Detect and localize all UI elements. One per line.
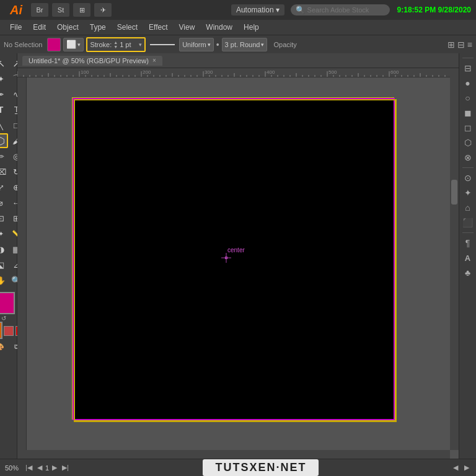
- left-toolbar: ↖ ↗ ✦ ⌒ ✒ ∿ T T̲ ╲ □ ⬡ 🖌 ✏ ◎ ⌫ ↻: [0, 53, 17, 459]
- right-panel-btn-3[interactable]: ○: [461, 91, 475, 105]
- blend-tool[interactable]: ◑: [0, 242, 8, 257]
- vertical-scrollbar[interactable]: [450, 68, 459, 450]
- stroke-color-dropdown[interactable]: ⬜▾: [63, 38, 84, 51]
- right-panel-divider-top: [462, 58, 474, 58]
- stock-icon[interactable]: St: [52, 3, 69, 17]
- menu-view[interactable]: View: [174, 22, 200, 33]
- right-panel-btn-9[interactable]: ✦: [461, 186, 475, 200]
- right-panel-btn-11[interactable]: ⬛: [461, 216, 475, 229]
- default-colors-icon[interactable]: ↺: [1, 315, 6, 322]
- right-panel-btn-2[interactable]: ●: [461, 76, 475, 90]
- menu-select[interactable]: Select: [112, 22, 143, 33]
- app-logo: Ai: [5, 3, 27, 17]
- right-panel-btn-12[interactable]: ¶: [461, 236, 475, 250]
- status-right-arrow[interactable]: ▶: [462, 463, 471, 472]
- distribute-icon[interactable]: ⊟: [457, 40, 465, 50]
- first-page-button[interactable]: |◀: [24, 463, 34, 472]
- pencil-tool[interactable]: ✏: [0, 149, 8, 164]
- document-tab[interactable]: Untitled-1* @ 50% (RGB/GPU Preview) ×: [22, 56, 162, 66]
- stroke-spinner[interactable]: ▲▼: [113, 40, 118, 49]
- watermark-text: TUTSXEN·NET: [203, 459, 319, 476]
- menu-help[interactable]: Help: [239, 22, 264, 33]
- free-transform-tool[interactable]: ⊡: [0, 211, 8, 226]
- page-nav: |◀ ◀ 1 ▶ ▶|: [24, 463, 71, 472]
- shaper-tool[interactable]: ⌀: [0, 195, 8, 210]
- status-bar: 50% |◀ ◀ 1 ▶ ▶| TUTSXEN·NET ◀ ▶: [0, 459, 476, 476]
- menu-edit[interactable]: Edit: [28, 22, 51, 33]
- right-panel-divider-2: [462, 232, 474, 233]
- tab-bar: Untitled-1* @ 50% (RGB/GPU Preview) ×: [17, 53, 459, 68]
- zoom-value: 50%: [5, 464, 19, 472]
- pen-tool[interactable]: ✒: [0, 87, 8, 102]
- center-cross: [221, 253, 231, 263]
- line-style-preview: [150, 44, 175, 45]
- no-selection-label: No Selection: [4, 41, 42, 48]
- color-swatch-dark[interactable]: [4, 326, 14, 336]
- menu-object[interactable]: Object: [52, 22, 84, 33]
- more-options-icon[interactable]: ≡: [467, 40, 472, 50]
- layout-icon[interactable]: ⊞: [73, 3, 90, 17]
- datetime: 9:18:52 PM 9/28/2020: [397, 6, 471, 14]
- share-icon[interactable]: ✈: [94, 3, 112, 17]
- bg-color-swatch[interactable]: [0, 322, 2, 339]
- round-dropdown[interactable]: 3 pt. Round ▾: [222, 38, 268, 51]
- right-panel-btn-1[interactable]: ⊟: [461, 61, 475, 75]
- eraser-tool[interactable]: ⌫: [0, 164, 8, 179]
- menu-effect[interactable]: Effect: [144, 22, 172, 33]
- tab-close-button[interactable]: ×: [152, 57, 156, 64]
- search-input[interactable]: [307, 6, 382, 14]
- right-panel-btn-4[interactable]: ◼: [461, 106, 475, 120]
- line-tool[interactable]: ╲: [0, 118, 8, 133]
- right-panel-divider-mid: [462, 167, 474, 168]
- align-icon[interactable]: ⊞: [447, 40, 455, 50]
- menu-file[interactable]: File: [5, 22, 27, 33]
- search-bar[interactable]: 🔍: [291, 4, 390, 15]
- right-panel-btn-5[interactable]: ◻: [461, 121, 475, 134]
- fill-color-swatch[interactable]: [47, 38, 61, 51]
- artboard-wrapper: center: [17, 68, 450, 450]
- automation-button[interactable]: Automation ▾: [231, 4, 284, 15]
- hand-tool[interactable]: ✋: [0, 273, 8, 288]
- canvas-area: ↖ ↗ ✦ ⌒ ✒ ∿ T T̲ ╲ □ ⬡ 🖌 ✏ ◎ ⌫ ↻: [0, 53, 476, 459]
- right-panel-btn-6[interactable]: ⬡: [461, 136, 475, 149]
- svg-rect-84: [225, 257, 227, 258]
- next-page-button[interactable]: ▶: [50, 463, 59, 472]
- stroke-value[interactable]: 1 pt: [120, 41, 137, 48]
- edit-colors-icon[interactable]: 🎨: [0, 339, 7, 354]
- bridge-icon[interactable]: Br: [31, 3, 48, 17]
- main-canvas: Untitled-1* @ 50% (RGB/GPU Preview) × //…: [17, 53, 459, 459]
- polygon-tool[interactable]: ⬡: [0, 133, 8, 148]
- right-panel-btn-8[interactable]: ⊙: [461, 171, 475, 185]
- horizontal-scrollbar[interactable]: [17, 450, 450, 459]
- page-number: 1: [45, 464, 49, 472]
- eyedropper-tool[interactable]: ✦: [0, 226, 8, 241]
- stroke-dropdown-arrow[interactable]: ▾: [139, 42, 142, 48]
- center-label: center: [227, 247, 245, 253]
- menu-type[interactable]: Type: [85, 22, 111, 33]
- tab-title: Untitled-1* @ 50% (RGB/GPU Preview): [29, 57, 149, 64]
- uniform-dropdown[interactable]: Uniform ▾: [179, 38, 214, 51]
- type-tool[interactable]: T: [0, 102, 8, 117]
- artboard-tool[interactable]: ⬕: [0, 257, 8, 272]
- search-icon: 🔍: [296, 6, 305, 14]
- vertical-scrollbar-thumb[interactable]: [451, 180, 457, 205]
- toolbar: No Selection ⬜▾ Stroke: ▲▼ 1 pt ▾ Unifor…: [0, 35, 476, 53]
- opacity-label: Opacity: [273, 41, 296, 48]
- right-panel: ⊟ ● ○ ◼ ◻ ⬡ ⊗ ⊙ ✦ ⌂ ⬛ ¶ A ♣: [459, 53, 476, 459]
- last-page-button[interactable]: ▶|: [60, 463, 71, 472]
- menu-window[interactable]: Window: [201, 22, 237, 33]
- right-panel-btn-14[interactable]: ♣: [461, 266, 475, 280]
- selection-tool[interactable]: ↖: [0, 56, 8, 71]
- prev-page-button[interactable]: ◀: [35, 463, 44, 472]
- artboard-inner: center: [74, 99, 394, 419]
- stroke-box: Stroke: ▲▼ 1 pt ▾: [86, 37, 146, 52]
- watermark: TUTSXEN·NET: [76, 459, 446, 476]
- artboard[interactable]: center: [73, 98, 395, 420]
- magic-wand-tool[interactable]: ✦: [0, 71, 8, 86]
- status-left-arrow[interactable]: ◀: [451, 463, 460, 472]
- fg-color-swatch[interactable]: [0, 292, 15, 314]
- right-panel-btn-13[interactable]: A: [461, 251, 475, 265]
- scale-tool[interactable]: ⤢: [0, 180, 8, 195]
- right-panel-btn-7[interactable]: ⊗: [461, 151, 475, 164]
- right-panel-btn-10[interactable]: ⌂: [461, 201, 475, 214]
